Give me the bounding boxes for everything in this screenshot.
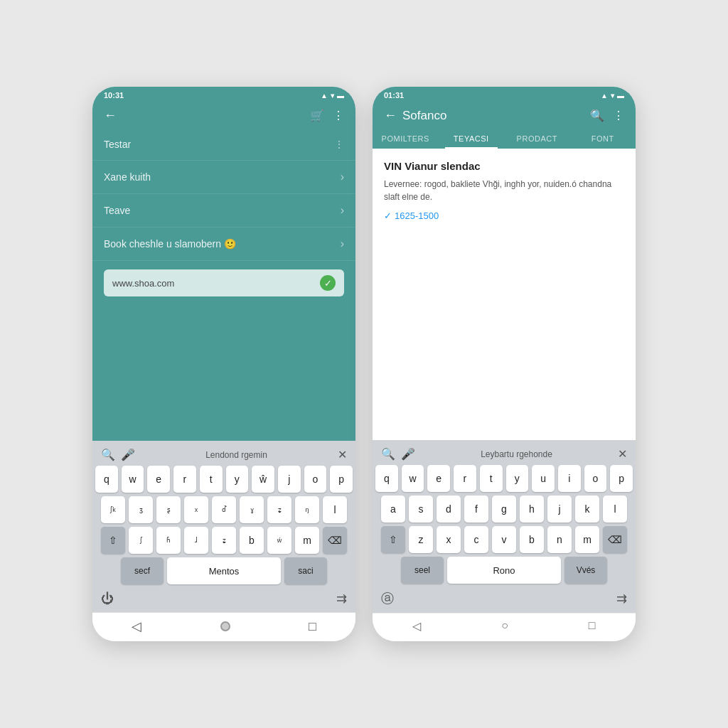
key-d-right[interactable]: d [437, 496, 461, 523]
key-m-left[interactable]: m [295, 527, 319, 554]
key-j-right[interactable]: j [547, 496, 572, 523]
key-sym5-left[interactable]: ɗ̈ [212, 496, 236, 523]
key-b-right[interactable]: b [520, 526, 544, 553]
nav-back-left[interactable]: ◁ [132, 619, 141, 634]
url-value[interactable]: www.shoa.com [112, 278, 174, 289]
menu-item-label-0: Testar [104, 139, 131, 150]
key-l-left[interactable]: l [323, 496, 347, 523]
key-r-right[interactable]: r [454, 465, 476, 492]
key-a-right[interactable]: a [381, 496, 405, 523]
menu-item-label-1: Xane kuith [104, 171, 151, 183]
menu-item-2[interactable]: Teave › [92, 194, 355, 228]
key-x-right[interactable]: x [437, 526, 461, 553]
key-b-left[interactable]: b [240, 527, 264, 554]
key-c-right[interactable]: c [464, 526, 488, 553]
nav-recents-left[interactable]: □ [309, 619, 316, 634]
cart-icon-left[interactable]: 🛒 [310, 109, 324, 122]
menu-chevron-2: › [341, 204, 344, 217]
key-s-right[interactable]: s [409, 496, 433, 523]
signal-icon: ▲ [321, 92, 328, 100]
key-p-right[interactable]: p [610, 465, 633, 492]
key-f-right[interactable]: f [464, 496, 488, 523]
more-icon-right[interactable]: ⋮ [613, 109, 624, 122]
key-shift-right[interactable]: ⇧ [381, 526, 405, 553]
key-sym8-left[interactable]: ŋ [295, 496, 319, 523]
tab-prodact[interactable]: PRODACT [504, 129, 570, 149]
key-seel-right[interactable]: seel [401, 557, 444, 584]
key-z-right[interactable]: z [409, 526, 433, 553]
key-v-right[interactable]: v [492, 526, 516, 553]
key-sym12-left[interactable]: ẕ [212, 527, 236, 554]
key-sym6-left[interactable]: ɣ [240, 496, 264, 523]
back-button-right[interactable]: ← [384, 108, 397, 123]
menu-item-0[interactable]: Testar ⋮ [92, 129, 355, 161]
key-backspace-left[interactable]: ⌫ [323, 527, 347, 554]
menu-chevron-1: › [341, 171, 344, 183]
phone-number: 1625-1500 [395, 210, 439, 221]
key-h-right[interactable]: h [520, 496, 544, 523]
more-icon-left[interactable]: ⋮ [333, 109, 344, 122]
header-title-right: Sofanco [402, 109, 590, 123]
key-secf-left[interactable]: secf [121, 557, 164, 584]
key-sym1-left[interactable]: ʃk [101, 496, 125, 523]
nav-home-right[interactable]: ○ [501, 619, 508, 633]
key-m-right[interactable]: m [575, 526, 599, 553]
key-k-right[interactable]: k [575, 496, 599, 523]
key-g-right[interactable]: g [492, 496, 516, 523]
key-space-right[interactable]: Rono [447, 557, 561, 584]
kb-close-left[interactable]: ✕ [338, 448, 347, 461]
key-q-right[interactable]: q [375, 465, 398, 492]
key-sym4-left[interactable]: x [184, 496, 208, 523]
key-sym13-left[interactable]: ẃ [267, 527, 291, 554]
product-title: VIN Vianur slendac [384, 160, 624, 172]
kb-arrow-icon-right: ⇉ [616, 591, 627, 606]
key-saci-left[interactable]: saci [284, 557, 327, 584]
key-w-left[interactable]: w [122, 466, 144, 493]
tab-font[interactable]: FONT [570, 129, 636, 149]
menu-item-1[interactable]: Xane kuith › [92, 161, 355, 194]
tab-pomilters[interactable]: POMILTERS [373, 129, 439, 149]
menu-item-3[interactable]: Book cheshle u slamobern 🙂 › [92, 228, 355, 261]
key-t-right[interactable]: t [480, 465, 503, 492]
key-row-2-right: ⇧ z x c v b n m ⌫ [375, 526, 633, 553]
key-sym9-left[interactable]: ʃ [129, 527, 153, 554]
product-phone[interactable]: ✓ 1625-1500 [384, 210, 624, 221]
key-sym11-left[interactable]: ɺ [184, 527, 208, 554]
nav-home-left[interactable] [220, 621, 230, 631]
key-shift-left[interactable]: ⇧ [101, 527, 125, 554]
key-q-left[interactable]: q [95, 466, 118, 493]
key-sym3-left[interactable]: ʂ [156, 496, 181, 523]
key-j-left[interactable]: j [278, 466, 301, 493]
key-y-right[interactable]: y [506, 465, 529, 492]
tab-teyacsi[interactable]: TEYACSI [439, 129, 505, 149]
key-sym10-left[interactable]: ɦ [156, 527, 181, 554]
status-bar-left: 10:31 ▲ ▾ ▬ [92, 87, 355, 102]
kb-close-right[interactable]: ✕ [618, 447, 627, 461]
key-l-right[interactable]: l [603, 496, 627, 523]
key-t-left[interactable]: t [200, 466, 223, 493]
key-y-left[interactable]: y [226, 466, 249, 493]
kb-title-right: Leybartu rgehonde [421, 449, 612, 459]
key-u-right[interactable]: u [532, 465, 555, 492]
key-row-bottom-right: seel Rono Vvés [375, 557, 633, 584]
menu-chevron-3: › [341, 237, 344, 250]
key-r-left[interactable]: r [173, 466, 196, 493]
key-p-left[interactable]: p [330, 466, 353, 493]
back-button-left[interactable]: ← [104, 108, 117, 123]
key-sym2-left[interactable]: ʒ [129, 496, 153, 523]
key-space-left[interactable]: Mentos [167, 557, 281, 584]
nav-back-right[interactable]: ◁ [412, 619, 421, 633]
key-w-right[interactable]: w [402, 465, 424, 492]
key-backspace-right[interactable]: ⌫ [603, 526, 627, 553]
key-e-left[interactable]: e [147, 466, 170, 493]
nav-recents-right[interactable]: □ [589, 619, 596, 633]
key-n-right[interactable]: n [547, 526, 572, 553]
key-vves-right[interactable]: Vvés [564, 557, 607, 584]
key-sym7-left[interactable]: ẕ [267, 496, 291, 523]
key-o-right[interactable]: o [584, 465, 607, 492]
key-w2-left[interactable]: ŵ [252, 466, 274, 493]
key-e-right[interactable]: e [427, 465, 450, 492]
key-o-left[interactable]: o [304, 466, 327, 493]
key-i-right[interactable]: i [558, 465, 581, 492]
search-icon-right[interactable]: 🔍 [590, 109, 604, 122]
